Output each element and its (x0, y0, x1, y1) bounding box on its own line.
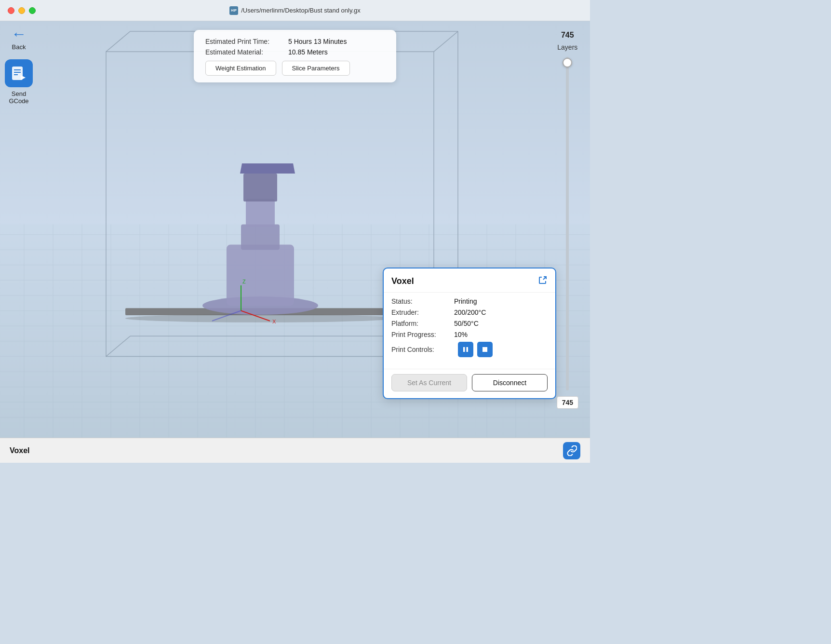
viewport: Z X ← Back Send GCode Estimated Print Ti (0, 21, 590, 438)
svg-rect-45 (227, 245, 294, 306)
svg-marker-59 (21, 75, 26, 80)
send-gcode-label: Send GCode (9, 90, 28, 105)
back-label: Back (12, 43, 26, 51)
controls-row: Print Controls: (391, 342, 548, 357)
slice-parameters-button[interactable]: Slice Parameters (282, 61, 350, 76)
gcode-icon-svg (10, 65, 27, 82)
svg-rect-48 (243, 174, 277, 201)
titlebar: HIP /Users/merlinm/Desktop/Bust stand on… (0, 0, 590, 21)
material-value: 10.85 Meters (288, 48, 328, 56)
slider-track[interactable] (566, 57, 569, 390)
send-gcode-button[interactable]: Send GCode (5, 59, 33, 105)
stop-icon (482, 346, 488, 353)
close-button[interactable] (8, 7, 14, 14)
layer-slider: 745 Layers 745 (557, 31, 578, 409)
progress-label: Print Progress: (391, 331, 454, 338)
slider-thumb[interactable] (563, 58, 572, 67)
maximize-button[interactable] (29, 7, 36, 14)
controls-label: Print Controls: (391, 346, 454, 353)
platform-label: Platform: (391, 320, 454, 327)
disconnect-button[interactable]: Disconnect (472, 374, 548, 391)
window-controls (8, 7, 36, 14)
back-arrow-icon: ← (11, 26, 27, 41)
print-time-value: 5 Hours 13 Minutes (288, 38, 347, 45)
external-link-icon[interactable] (538, 275, 548, 287)
link-icon (566, 445, 577, 456)
bottombar-printer-name: Voxel (10, 446, 30, 455)
svg-text:X: X (272, 319, 276, 324)
extruder-label: Extruder: (391, 309, 454, 316)
status-value: Printing (454, 297, 477, 305)
weight-estimation-button[interactable]: Weight Estimation (205, 61, 276, 76)
svg-rect-61 (463, 347, 465, 352)
status-label: Status: (391, 297, 454, 305)
svg-rect-62 (467, 347, 469, 352)
material-row: Estimated Material: 10.85 Meters (205, 48, 385, 56)
extruder-row: Extruder: 200/200°C (391, 309, 548, 316)
layers-label: Layers (557, 43, 577, 51)
svg-point-43 (125, 314, 395, 322)
svg-text:Z: Z (242, 278, 246, 284)
send-gcode-icon (5, 59, 33, 87)
stop-button[interactable] (477, 342, 493, 357)
minimize-button[interactable] (18, 7, 25, 14)
layer-count-top: 745 (561, 31, 574, 40)
material-label: Estimated Material: (205, 48, 282, 56)
progress-value: 10% (454, 331, 468, 338)
app-icon: HIP (229, 6, 238, 15)
svg-marker-49 (240, 163, 295, 174)
popup-body: Status: Printing Extruder: 200/200°C Pla… (384, 293, 555, 369)
progress-row: Print Progress: 10% (391, 331, 548, 338)
print-time-label: Estimated Print Time: (205, 38, 282, 45)
printer-popup: Voxel Status: Printing Extruder: 200/200… (383, 268, 556, 399)
layer-count-bottom: 745 (557, 396, 578, 409)
svg-rect-47 (246, 199, 275, 227)
platform-value: 50/50°C (454, 320, 479, 327)
pause-button[interactable] (458, 342, 473, 357)
pause-icon (462, 346, 469, 353)
title-text: /Users/merlinm/Desktop/Bust stand only.g… (241, 7, 361, 14)
popup-header: Voxel (384, 268, 555, 293)
popup-footer: Set As Current Disconnect (384, 369, 555, 398)
platform-row: Platform: 50/50°C (391, 320, 548, 327)
back-button[interactable]: ← Back (11, 26, 27, 51)
status-row: Status: Printing (391, 297, 548, 305)
set-as-current-button[interactable]: Set As Current (391, 374, 467, 391)
sidebar: ← Back Send GCode (5, 26, 33, 105)
extruder-value: 200/200°C (454, 309, 486, 316)
print-time-row: Estimated Print Time: 5 Hours 13 Minutes (205, 38, 385, 45)
printer-name: Voxel (391, 276, 414, 286)
svg-rect-63 (483, 347, 487, 352)
info-panel: Estimated Print Time: 5 Hours 13 Minutes… (194, 30, 396, 82)
info-buttons: Weight Estimation Slice Parameters (205, 61, 385, 76)
bottombar: Voxel (0, 438, 590, 463)
link-icon-button[interactable] (563, 442, 580, 459)
window-title: HIP /Users/merlinm/Desktop/Bust stand on… (229, 6, 361, 15)
svg-rect-46 (241, 224, 280, 250)
